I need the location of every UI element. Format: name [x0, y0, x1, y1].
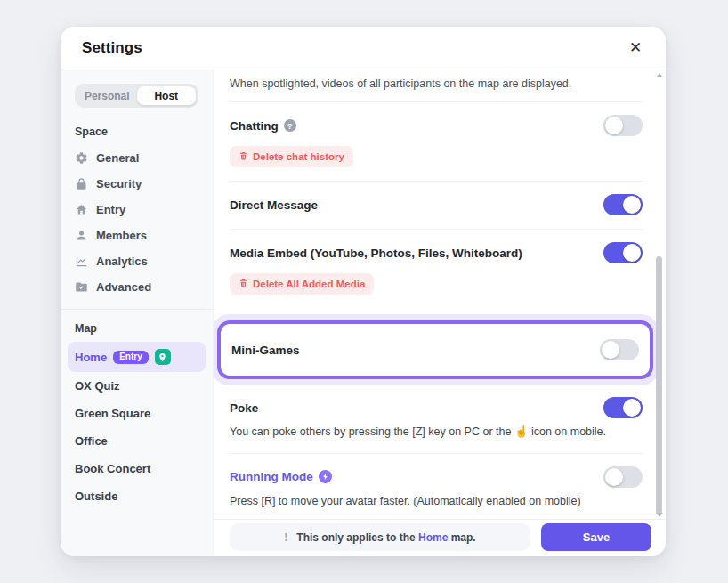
scroll-down-icon[interactable] [656, 513, 663, 517]
space-section-label: Space [75, 124, 198, 145]
dialog-footer: ! This only applies to the Home map. Sav… [214, 519, 666, 555]
sidebar: Personal Host Space General Security Ent… [61, 69, 214, 556]
media-embed-label: Media Embed (YouTube, Photos, Files, Whi… [230, 247, 522, 260]
sidebar-item-map-green-square[interactable]: Green Square [68, 400, 206, 427]
settings-content: When spotlighted, videos of all particip… [214, 69, 666, 556]
map-item-label: Book Concert [75, 462, 150, 475]
tab-switcher: Personal Host [75, 84, 198, 108]
poke-toggle[interactable] [603, 397, 643, 418]
map-item-label: Outside [75, 490, 117, 503]
direct-message-setting: Direct Message [230, 182, 643, 230]
poke-label: Poke [230, 401, 258, 415]
location-pin-icon [155, 349, 171, 365]
mini-games-highlight: Mini-Games [217, 320, 653, 379]
entry-badge: Entry [113, 351, 149, 364]
home-icon [75, 203, 88, 216]
close-icon[interactable]: ✕ [625, 37, 646, 59]
settings-scroll-area: When spotlighted, videos of all particip… [214, 69, 666, 519]
running-mode-setting: Running Mode Press [R] to move your avat… [230, 454, 643, 519]
page-title: Settings [82, 39, 142, 57]
analytics-icon [75, 255, 88, 268]
advanced-icon [75, 280, 88, 294]
running-mode-label: Running Mode [230, 470, 332, 483]
sidebar-item-label: Security [96, 177, 142, 190]
sidebar-item-label: Members [96, 229, 147, 242]
running-mode-toggle[interactable] [603, 466, 643, 488]
lightning-icon [319, 470, 332, 483]
poke-hand-icon: ☝ [514, 425, 529, 438]
notice-text: This only applies to the Home map. [296, 531, 475, 544]
sidebar-item-label: General [96, 151, 139, 165]
spotlight-note: When spotlighted, videos of all particip… [230, 69, 643, 102]
chatting-setting: Chatting ? Delete chat history [230, 102, 643, 182]
sidebar-item-label: Entry [96, 203, 125, 216]
sidebar-divider [61, 309, 213, 310]
scrollbar-thumb[interactable] [656, 256, 662, 514]
sidebar-item-map-book-concert[interactable]: Book Concert [68, 455, 206, 482]
members-icon [75, 229, 88, 242]
sidebar-item-map-office[interactable]: Office [68, 427, 206, 455]
direct-message-toggle[interactable] [603, 194, 643, 215]
mini-games-label: Mini-Games [231, 344, 300, 357]
sidebar-item-entry[interactable]: Entry [75, 197, 198, 223]
sidebar-item-general[interactable]: General [75, 145, 198, 171]
map-item-label: Home [75, 351, 107, 364]
footer-notice: ! This only applies to the Home map. [230, 523, 530, 551]
delete-all-added-media-button[interactable]: Delete All Added Media [230, 273, 374, 295]
scroll-up-icon[interactable] [656, 73, 663, 77]
scrollbar [655, 73, 664, 517]
sidebar-item-analytics[interactable]: Analytics [75, 248, 198, 274]
lock-icon [75, 177, 88, 190]
dialog-header: Settings ✕ [61, 27, 666, 69]
sidebar-item-map-ox-quiz[interactable]: OX Quiz [68, 372, 206, 400]
gear-icon [75, 151, 88, 165]
sidebar-item-members[interactable]: Members [75, 223, 198, 248]
map-item-label: OX Quiz [75, 379, 120, 393]
mini-games-toggle[interactable] [600, 339, 639, 360]
map-item-label: Green Square [75, 407, 150, 420]
poke-description: You can poke others by pressing the [Z] … [230, 425, 643, 440]
delete-chat-history-button[interactable]: Delete chat history [230, 146, 353, 167]
settings-dialog: Settings ✕ Personal Host Space General S… [61, 27, 666, 556]
sidebar-item-map-outside[interactable]: Outside [68, 482, 206, 510]
notice-map-name: Home [418, 531, 448, 544]
chatting-label: Chatting ? [230, 119, 296, 133]
trash-icon [239, 150, 248, 163]
direct-message-label: Direct Message [230, 198, 318, 212]
sidebar-item-map-home[interactable]: Home Entry [68, 342, 206, 372]
media-embed-setting: Media Embed (YouTube, Photos, Files, Whi… [230, 230, 643, 308]
save-button[interactable]: Save [541, 523, 651, 551]
map-section-label: Map [75, 320, 198, 342]
sidebar-item-security[interactable]: Security [75, 171, 198, 197]
chatting-toggle[interactable] [603, 115, 643, 136]
sidebar-item-label: Analytics [96, 255, 148, 268]
map-item-label: Office [75, 434, 108, 448]
poke-setting: Poke You can poke others by pressing the… [230, 392, 643, 454]
exclamation-icon: ! [284, 531, 287, 544]
tab-personal[interactable]: Personal [77, 86, 137, 105]
sidebar-item-label: Advanced [96, 280, 151, 294]
running-mode-description: Press [R] to move your avatar faster. (A… [230, 494, 643, 509]
help-icon[interactable]: ? [284, 119, 296, 132]
trash-icon [239, 278, 248, 290]
media-embed-toggle[interactable] [603, 242, 643, 263]
sidebar-item-advanced[interactable]: Advanced [75, 274, 198, 300]
tab-host[interactable]: Host [137, 86, 197, 105]
